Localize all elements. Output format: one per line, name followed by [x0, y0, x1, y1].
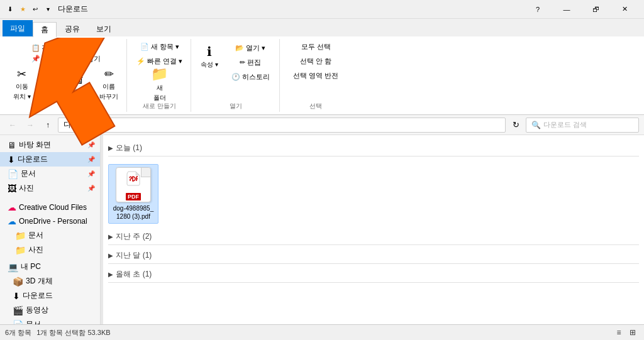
move-sub: 위치 ▾ [13, 92, 31, 101]
pin-icon-download: 📌 [87, 156, 95, 163]
organize-label: 구성 [60, 101, 72, 111]
search-icon: 🔍 [531, 121, 541, 129]
organize-bottom-buttons: ✂ 이동 위치 ▾ 📄 복사 위치 ▾ 🗑 삭제 ▾ ✏ 이름 바꾸기 [9, 67, 123, 101]
properties-label: 속성 ▾ [201, 60, 218, 69]
properties-icon: ℹ [207, 44, 212, 59]
sidebar-item-onedrive-photos[interactable]: 📁 사진 [0, 243, 100, 257]
dl-icon: ⬇ [13, 291, 20, 301]
video-label: 동영상 [26, 305, 48, 315]
group-lastweek-arrow: ▶ [108, 233, 113, 240]
dl-label: 다운로드 [23, 290, 53, 301]
sidebar-item-desktop[interactable]: 🖥 바탕 화면 📌 [0, 138, 100, 152]
delete-button[interactable]: 🗑 삭제 ▾ [67, 68, 93, 101]
sidebar-item-download[interactable]: ⬇ 다운로드 📌 [0, 152, 100, 167]
list-view-button[interactable]: ≡ [613, 326, 625, 339]
ribbon-group-select: 모두 선택 선택 안 함 선택 영역 반전 선택 [281, 39, 350, 112]
docs-label: 문서 [21, 168, 36, 179]
help-button[interactable]: ? [523, 0, 552, 19]
folder-icon: ⬇ [5, 4, 15, 14]
tab-file[interactable]: 파일 [3, 20, 33, 36]
open-label: 열기 ▾ [246, 43, 265, 53]
sidebar-item-video[interactable]: 🎬 동영상 [0, 303, 100, 317]
new-label: 새로 만들기 [143, 101, 176, 111]
open-buttons: ℹ 속성 ▾ 📂 열기 ▾ ✏ 편집 🕐 히스토리 [196, 40, 275, 101]
move-button[interactable]: ✂ 이동 위치 ▾ [9, 68, 35, 101]
select-all-button[interactable]: 모두 선택 [290, 40, 341, 53]
up-button[interactable]: ↑ [40, 118, 55, 133]
cc-icon: ☁ [8, 202, 16, 212]
properties-button[interactable]: ℹ 속성 ▾ [196, 40, 223, 73]
ribbon-tabs: 파일 홈 공유 보기 [0, 19, 644, 36]
ribbon-group-open: ℹ 속성 ▾ 📂 열기 ▾ ✏ 편집 🕐 히스토리 열기 [192, 39, 280, 112]
pdf-acrobat-symbol [123, 169, 143, 192]
back-button[interactable]: ← [5, 118, 20, 133]
minimize-button[interactable]: — [552, 0, 581, 19]
copy-button[interactable]: 📄 복사 위치 ▾ [38, 68, 64, 101]
title-bar-icons: ⬇ ★ ↩ ▾ [5, 4, 53, 14]
address-path[interactable]: 다운로드 [58, 118, 506, 133]
close-button[interactable]: ✕ [610, 0, 639, 19]
select-none-button[interactable]: 선택 안 함 [290, 55, 341, 68]
sidebar-item-creative-cloud[interactable]: ☁ Creative Cloud Files [0, 200, 100, 214]
sidebar-item-onedrive[interactable]: ☁ OneDrive - Personal [0, 214, 100, 228]
paste-shortcut-row: 📌 바로 가기 붙여넣기 [31, 53, 101, 64]
forward-button[interactable]: → [23, 118, 38, 133]
tab-share[interactable]: 공유 [57, 21, 88, 36]
title-bar: ⬇ ★ ↩ ▾ 다운로드 ? — 🗗 ✕ [0, 0, 644, 19]
sidebar-item-dl[interactable]: ⬇ 다운로드 [0, 288, 100, 303]
refresh-button[interactable]: ↻ [508, 118, 523, 133]
onedrive-icon: ☁ [8, 216, 16, 226]
edit-label: 편집 [247, 58, 261, 67]
download-sidebar-icon: ⬇ [8, 155, 15, 165]
tab-home[interactable]: 홈 [33, 22, 57, 37]
maximize-button[interactable]: 🗗 [581, 0, 610, 19]
file-area: ▶ 오늘 (1) PDF dog-4 [103, 135, 644, 340]
edit-button[interactable]: ✏ 편집 [225, 56, 275, 69]
group-lastmonth[interactable]: ▶ 지난 달 (1) [108, 248, 639, 264]
paste-label[interactable]: 바로 가기 붙여넣기 [42, 54, 101, 63]
download-sidebar-label: 다운로드 [18, 154, 48, 165]
sidebar: 🖥 바탕 화면 📌 ⬇ 다운로드 📌 📄 문서 📌 🖼 사진 📌 ☁ Creat… [0, 135, 101, 340]
copy-path-label[interactable]: 경로 복사 [42, 43, 71, 53]
copy-path-row: 📋 경로 복사 [31, 43, 71, 53]
invert-select-button[interactable]: 선택 영역 반전 [290, 69, 341, 82]
sidebar-item-pc[interactable]: 💻 내 PC [0, 260, 100, 274]
sidebar-item-photos[interactable]: 🖼 사진 📌 [0, 181, 100, 195]
sidebar-item-3d[interactable]: 📦 3D 개체 [0, 274, 100, 288]
pin-icon-docs: 📌 [87, 170, 95, 177]
group-earlythisyear[interactable]: ▶ 올해 초 (1) [108, 266, 639, 283]
undo-icon: ↩ [30, 4, 40, 14]
sidebar-item-docs[interactable]: 📄 문서 📌 [0, 167, 100, 181]
group-today[interactable]: ▶ 오늘 (1) [108, 140, 639, 156]
sidebar-item-onedrive-docs[interactable]: 📁 문서 [0, 228, 100, 243]
history-button[interactable]: 🕐 히스토리 [225, 70, 275, 84]
docs-icon: 📄 [8, 169, 18, 179]
group-today-arrow: ▶ [108, 145, 113, 151]
tab-view[interactable]: 보기 [88, 21, 119, 36]
down-arrow-icon: ▾ [43, 4, 53, 14]
new-folder-label: 새 [157, 84, 163, 92]
onedrive-docs-label: 문서 [28, 230, 43, 241]
file-pdf[interactable]: PDF dog-4988985_1280 (3).pdf [108, 164, 158, 224]
select-buttons: 모두 선택 선택 안 함 선택 영역 반전 [290, 40, 341, 101]
cc-label: Creative Cloud Files [19, 203, 87, 212]
ribbon-group-new: 📄 새 항목 ▾ ⚡ 빠른 연결 ▾ 📁 새 폴더 새로 만들기 [128, 39, 191, 112]
new-folder-button[interactable]: 📁 새 폴더 [146, 68, 174, 101]
new-item-button[interactable]: 📄 새 항목 ▾ [132, 40, 187, 53]
pc-label: 내 PC [21, 261, 41, 272]
group-lastmonth-arrow: ▶ [108, 252, 113, 259]
copy-icon: 📄 [44, 67, 58, 81]
open-button[interactable]: 📂 열기 ▾ [225, 41, 275, 55]
search-box[interactable]: 🔍 다운로드 검색 [526, 118, 639, 133]
new-folder-wrap: 📁 새 폴더 [146, 68, 174, 101]
group-lastweek[interactable]: ▶ 지난 주 (2) [108, 229, 639, 245]
main-layout: 🖥 바탕 화면 📌 ⬇ 다운로드 📌 📄 문서 📌 🖼 사진 📌 ☁ Creat… [0, 135, 644, 340]
move-label: 이동 [16, 82, 28, 91]
quick-access-label: 빠른 연결 ▾ [147, 57, 182, 66]
view-icons: ≡ ⊞ [613, 326, 639, 339]
invert-label: 선택 영역 반전 [293, 71, 338, 80]
pdf-icon: PDF [116, 167, 151, 202]
grid-view-button[interactable]: ⊞ [626, 326, 639, 339]
rename-button[interactable]: ✏ 이름 바꾸기 [95, 68, 123, 101]
open-group-label: 열기 [230, 101, 242, 111]
